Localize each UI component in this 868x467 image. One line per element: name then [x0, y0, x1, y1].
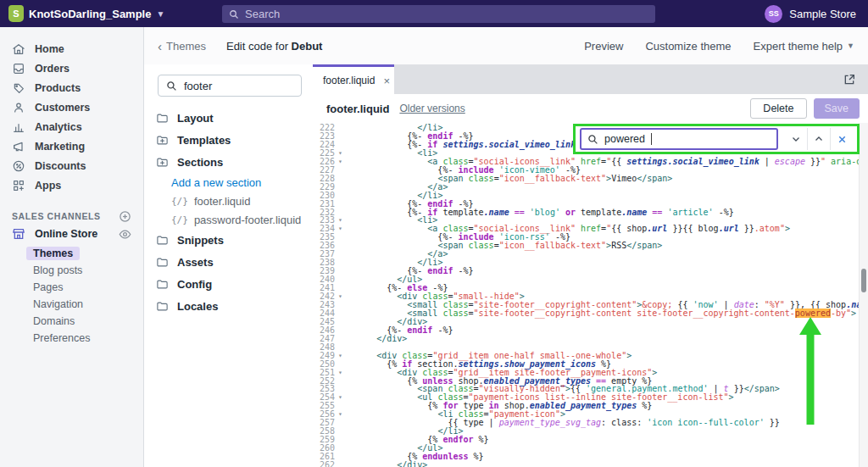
- file-label: password-footer.liquid: [194, 214, 301, 226]
- megaphone-icon: [12, 140, 25, 153]
- sales-channels-header: SALES CHANNELS: [0, 208, 143, 224]
- fold-gutter: [335, 453, 346, 461]
- folder-label: Assets: [177, 256, 214, 269]
- fold-arrow-icon[interactable]: ▾: [335, 393, 346, 402]
- code-area[interactable]: 222 </li>223 {%- endif -%}224 {%- if set…: [313, 123, 868, 467]
- fold-arrow-icon[interactable]: ▾: [335, 216, 346, 225]
- link-label: Add a new section: [171, 176, 261, 189]
- tree-folder-templates[interactable]: Templates: [144, 129, 313, 151]
- folder-label: Layout: [177, 112, 214, 125]
- sidebar-item-label: Orders: [35, 63, 70, 75]
- sidebar-item-navigation[interactable]: Navigation: [33, 296, 143, 313]
- save-button[interactable]: Save: [814, 98, 860, 119]
- subnav-item-label: Navigation: [33, 298, 83, 310]
- shopify-logo-icon: S: [8, 5, 24, 22]
- sidebar-item-home[interactable]: Home: [0, 39, 143, 58]
- expand-editor-button[interactable]: [841, 71, 858, 88]
- search-icon: [166, 81, 177, 92]
- close-icon[interactable]: ×: [383, 75, 390, 87]
- fold-gutter: [335, 419, 346, 427]
- tree-folder-layout[interactable]: Layout: [144, 107, 313, 129]
- preview-button[interactable]: Preview: [584, 40, 623, 53]
- account-menu[interactable]: SS Sample Store: [765, 0, 856, 27]
- back-to-themes-link[interactable]: ‹ Themes: [158, 40, 206, 53]
- add-new-section-link[interactable]: Add a new section: [144, 173, 313, 192]
- tree-folder-locales[interactable]: Locales: [144, 295, 313, 317]
- sidebar-item-themes[interactable]: Themes: [33, 244, 143, 262]
- fold-arrow-icon[interactable]: ▾: [335, 158, 346, 166]
- expand-icon: [843, 73, 856, 86]
- sidebar-item-orders[interactable]: Orders: [0, 58, 143, 78]
- eye-icon[interactable]: [119, 228, 131, 241]
- find-input[interactable]: powered: [580, 128, 778, 150]
- expert-theme-help-button[interactable]: Expert theme help ▼: [754, 40, 854, 53]
- fold-gutter: [335, 318, 346, 326]
- find-previous-button[interactable]: [807, 128, 830, 150]
- liquid-file-icon: {/}: [171, 196, 188, 207]
- fold-arrow-icon[interactable]: ▾: [335, 149, 346, 158]
- folder-icon: [156, 256, 169, 269]
- sidebar-item-discounts[interactable]: Discounts: [0, 156, 143, 175]
- tab-label: footer.liquid: [323, 75, 375, 86]
- fold-arrow-icon[interactable]: ▾: [335, 292, 346, 301]
- code-text: </div>: [346, 461, 427, 467]
- sidebar-item-online-store[interactable]: Online Store: [0, 224, 143, 244]
- fold-gutter: [335, 335, 346, 343]
- fold-gutter: [335, 385, 346, 393]
- tree-file-footer-liquid[interactable]: {/}footer.liquid: [144, 192, 313, 210]
- find-buttons: [785, 128, 853, 150]
- folder-plus-icon: [156, 156, 169, 169]
- fold-gutter: [335, 284, 346, 292]
- fold-arrow-icon[interactable]: ▾: [335, 410, 346, 419]
- code-text: </div>: [346, 335, 407, 343]
- file-search-input[interactable]: footer: [158, 75, 302, 97]
- file-search-value: footer: [184, 80, 212, 92]
- sidebar-item-blog-posts[interactable]: Blog posts: [33, 262, 143, 279]
- sidebar-item-apps[interactable]: Apps: [0, 175, 143, 195]
- scrollbar-thumb[interactable]: [861, 269, 866, 292]
- fold-gutter: [335, 250, 346, 259]
- tree-folder-snippets[interactable]: Snippets: [144, 229, 313, 251]
- fold-arrow-icon[interactable]: ▾: [335, 369, 346, 377]
- search-icon: [587, 134, 598, 145]
- older-versions-link[interactable]: Older versions: [399, 103, 465, 114]
- sidebar-item-label: Apps: [35, 180, 61, 192]
- account-name: Sample Store: [789, 8, 856, 20]
- apps-icon: [12, 179, 25, 192]
- fold-gutter: [335, 360, 346, 369]
- sidebar-item-domains[interactable]: Domains: [33, 313, 143, 330]
- find-overlay: powered: [573, 124, 860, 154]
- tree-folder-config[interactable]: Config: [144, 273, 313, 295]
- delete-button[interactable]: Delete: [750, 98, 806, 119]
- fold-gutter: [335, 259, 346, 267]
- fold-gutter: [335, 141, 346, 149]
- plus-circle-icon[interactable]: [119, 210, 131, 223]
- find-next-button[interactable]: [785, 128, 807, 150]
- chevron-down-icon: ▼: [847, 42, 854, 50]
- fold-gutter: [335, 132, 346, 141]
- global-search-input[interactable]: Search: [222, 5, 655, 23]
- find-close-button[interactable]: [830, 128, 853, 150]
- sidebar-item-label: Analytics: [35, 121, 82, 133]
- editor-scrollbar[interactable]: [859, 123, 868, 467]
- sidebar-item-marketing[interactable]: Marketing: [0, 136, 143, 156]
- sidebar-item-preferences[interactable]: Preferences: [33, 330, 143, 347]
- store-switcher[interactable]: KnotSoDarling_Sample ▼: [29, 0, 164, 27]
- tag-icon: [12, 81, 25, 95]
- folder-label: Snippets: [177, 234, 224, 247]
- sidebar-item-customers[interactable]: Customers: [0, 97, 143, 117]
- tab-footer-liquid[interactable]: footer.liquid ×: [313, 64, 394, 94]
- fold-arrow-icon[interactable]: ▾: [335, 225, 346, 233]
- tree-folder-sections[interactable]: Sections: [144, 151, 313, 173]
- storefront-icon: [12, 227, 25, 241]
- sidebar-item-analytics[interactable]: Analytics: [0, 117, 143, 136]
- fold-gutter: [335, 461, 346, 467]
- subnav-item-label: Blog posts: [33, 264, 82, 276]
- customize-theme-button[interactable]: Customize theme: [645, 40, 731, 53]
- fold-arrow-icon[interactable]: ▾: [335, 352, 346, 360]
- tree-folder-assets[interactable]: Assets: [144, 251, 313, 273]
- sidebar-item-pages[interactable]: Pages: [33, 279, 143, 296]
- fold-gutter: [335, 200, 346, 208]
- sidebar-item-products[interactable]: Products: [0, 78, 143, 97]
- tree-file-password-footer-liquid[interactable]: {/}password-footer.liquid: [144, 210, 313, 229]
